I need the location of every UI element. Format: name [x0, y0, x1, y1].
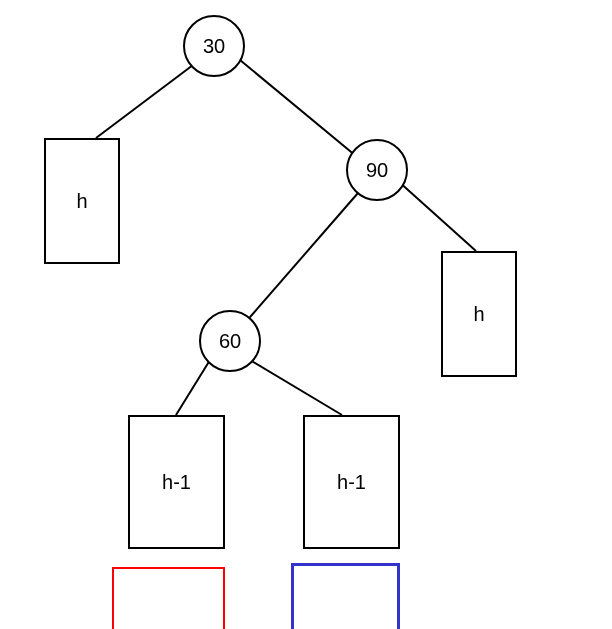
ghost-box-right — [291, 563, 400, 629]
svg-line-4 — [176, 360, 210, 415]
subtree-rl-right-label: h-1 — [337, 471, 366, 494]
node-right-left: 60 — [199, 310, 261, 372]
ghost-box-left — [112, 567, 225, 629]
svg-line-0 — [96, 62, 197, 138]
node-right: 90 — [346, 139, 408, 201]
svg-line-2 — [398, 181, 476, 251]
svg-line-1 — [240, 60, 356, 156]
subtree-rl-left-label: h-1 — [162, 471, 191, 494]
svg-line-3 — [244, 193, 358, 324]
svg-line-5 — [250, 360, 342, 415]
subtree-left: h — [44, 138, 120, 264]
subtree-rl-left: h-1 — [128, 415, 225, 549]
subtree-right-right: h — [441, 251, 517, 377]
node-right-label: 90 — [366, 159, 388, 182]
subtree-right-right-label: h — [473, 303, 484, 326]
subtree-rl-right: h-1 — [303, 415, 400, 549]
node-root: 30 — [183, 15, 245, 77]
node-right-left-label: 60 — [219, 330, 241, 353]
node-root-label: 30 — [203, 35, 225, 58]
tree-diagram: 30 90 60 h h h-1 h-1 — [0, 0, 612, 629]
subtree-left-label: h — [76, 190, 87, 213]
